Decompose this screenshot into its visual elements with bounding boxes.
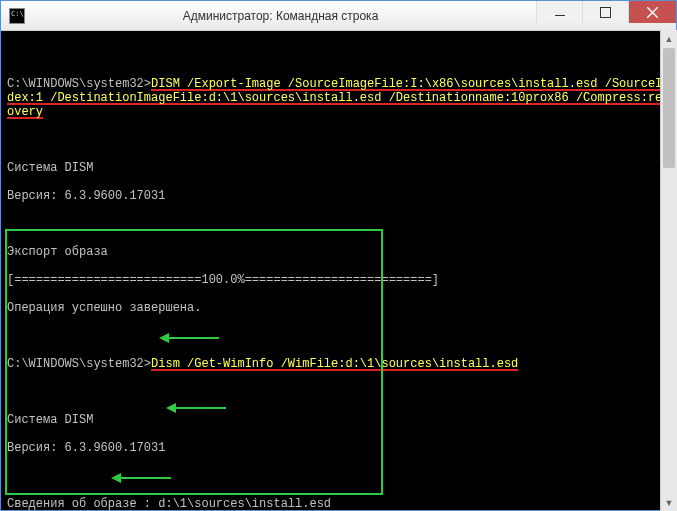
output-line: Система DISM — [7, 161, 670, 175]
cmd-icon — [9, 8, 25, 24]
scroll-up-button[interactable]: ▲ — [661, 30, 677, 47]
command-prompt-window: Администратор: Командная строка C:\WINDO… — [0, 0, 677, 511]
scroll-down-button[interactable]: ▼ — [661, 494, 677, 511]
output-line: Версия: 6.3.9600.17031 — [7, 441, 670, 455]
terminal-content: C:\WINDOWS\system32>DISM /Export-Image /… — [7, 63, 670, 510]
output-line: Версия: 6.3.9600.17031 — [7, 189, 670, 203]
output-line: Операция успешно завершена. — [7, 301, 670, 315]
close-button[interactable] — [628, 1, 676, 23]
output-line: Система DISM — [7, 413, 670, 427]
output-line: Экспорт образа — [7, 245, 670, 259]
minimize-button[interactable] — [536, 1, 582, 23]
window-controls — [536, 1, 676, 30]
output-line: Сведения об образе : d:\1\sources\instal… — [7, 497, 670, 510]
titlebar[interactable]: Администратор: Командная строка — [1, 1, 676, 31]
prompt: C:\WINDOWS\system32> — [7, 77, 151, 91]
window-title: Администратор: Командная строка — [25, 9, 536, 23]
vertical-scrollbar[interactable]: ▲ ▼ — [660, 30, 677, 511]
terminal-area[interactable]: C:\WINDOWS\system32>DISM /Export-Image /… — [1, 31, 676, 510]
progress-line: [==========================100.0%=======… — [7, 273, 670, 287]
maximize-button[interactable] — [582, 1, 628, 23]
prompt: C:\WINDOWS\system32> — [7, 357, 151, 371]
command-2: Dism /Get-WimInfo /WimFile:d:\1\sources\… — [151, 357, 518, 371]
scroll-thumb[interactable] — [663, 48, 675, 168]
